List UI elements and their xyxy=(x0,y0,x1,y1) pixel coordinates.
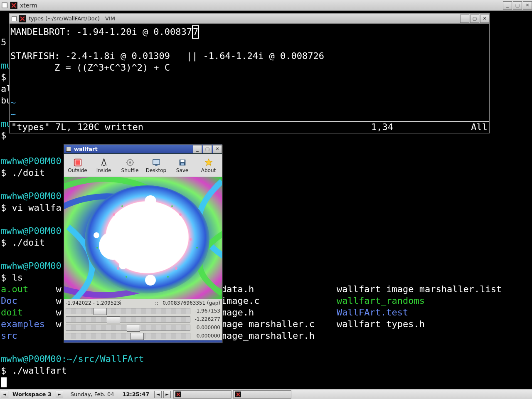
system-menu-icon[interactable] xyxy=(66,147,71,152)
vim-title: types (~/src/WallFArt/Doc) - VIM xyxy=(29,15,459,22)
slider-row-1: -1.226277 xyxy=(64,315,222,323)
workspace-prev-button[interactable]: ◄ xyxy=(1,391,8,398)
coord-sep: :: xyxy=(151,300,163,306)
minimize-button[interactable]: _ xyxy=(460,15,469,23)
svg-point-31 xyxy=(119,261,127,269)
svg-point-21 xyxy=(171,205,173,207)
maximize-button[interactable]: ▢ xyxy=(203,145,212,153)
vim-editor-area[interactable]: MANDELBROT: -1.94-1.20i @ 0.008377 STARF… xyxy=(10,24,489,121)
svg-point-20 xyxy=(121,205,123,207)
svg-point-12 xyxy=(113,213,115,216)
svg-rect-1 xyxy=(75,160,80,165)
slider-value: -1.967153 xyxy=(193,308,220,314)
slider-value: -1.226277 xyxy=(193,316,220,322)
tasklist-next-button[interactable]: ► xyxy=(163,391,171,398)
wallfart-footer-strip xyxy=(64,340,222,342)
coord-gap: 0.008376963351 (gap) xyxy=(163,300,220,306)
wallfart-titlebar[interactable]: wallfart _ ▢ ✕ xyxy=(64,145,222,154)
slider-thumb[interactable] xyxy=(94,308,107,315)
wallfart-title: wallfart xyxy=(73,146,192,152)
shuffle-button[interactable]: Shuffle xyxy=(117,155,143,176)
slider-thumb[interactable] xyxy=(127,325,140,332)
svg-rect-5 xyxy=(153,160,160,165)
svg-point-2 xyxy=(103,165,105,167)
slider-row-2: 0.000000 xyxy=(64,323,222,332)
svg-point-4 xyxy=(129,161,131,164)
wallfart-window: wallfart _ ▢ ✕ Outside Inside Shuffle De… xyxy=(64,144,222,343)
vim-status-line: "types" 7L, 120C written 1,34 All xyxy=(10,121,489,133)
term-fragment: $ xyxy=(1,130,6,141)
xterm-icon xyxy=(175,392,181,397)
svg-point-27 xyxy=(99,232,127,260)
svg-point-13 xyxy=(179,213,182,216)
vim-status-pos: 1,34 xyxy=(371,122,454,132)
vim-titlebar: types (~/src/WallFArt/Doc) - VIM _ ▢ ✕ xyxy=(10,14,489,24)
slider-value: 0.000000 xyxy=(193,325,220,330)
minimize-button[interactable]: _ xyxy=(193,145,202,153)
svg-rect-9 xyxy=(181,163,184,165)
vim-icon xyxy=(19,15,26,22)
vim-status-all: All xyxy=(454,122,488,132)
taskbar: ◄ Workspace 3 ► Sunday, Feb. 04 12:25:47… xyxy=(0,389,532,399)
close-button[interactable]: ✕ xyxy=(213,145,222,153)
xterm-window-titlebar: xterm _ ▢ ✕ xyxy=(0,0,532,11)
vim-window: types (~/src/WallFArt/Doc) - VIM _ ▢ ✕ M… xyxy=(9,13,490,133)
svg-rect-6 xyxy=(155,165,158,166)
tasklist-prev-button[interactable]: ◄ xyxy=(154,391,162,398)
slider-row-0: -1.967153 xyxy=(64,307,222,315)
slider-track[interactable] xyxy=(66,308,190,314)
slider-value: 0.000000 xyxy=(193,333,220,339)
vim-status-msg: "types" 7L, 120C written xyxy=(11,122,371,132)
outside-button[interactable]: Outside xyxy=(64,155,91,176)
term-fragment: 5 xyxy=(1,37,6,48)
slider-track[interactable] xyxy=(66,325,190,331)
svg-point-29 xyxy=(145,275,156,286)
svg-point-22 xyxy=(96,247,98,249)
svg-point-25 xyxy=(167,276,169,278)
desktop-button[interactable]: Desktop xyxy=(143,155,169,176)
terminal-cursor xyxy=(1,377,7,387)
inside-button[interactable]: Inside xyxy=(91,155,117,176)
svg-point-24 xyxy=(126,276,127,278)
svg-point-26 xyxy=(121,207,186,272)
maximize-button[interactable]: ▢ xyxy=(470,15,479,23)
svg-point-16 xyxy=(117,267,119,270)
minimize-button[interactable]: _ xyxy=(503,1,512,10)
about-button[interactable]: About xyxy=(195,155,222,176)
svg-point-32 xyxy=(94,232,99,238)
taskbar-date: Sunday, Feb. 04 xyxy=(66,391,118,397)
svg-point-30 xyxy=(119,218,127,226)
xterm-title: xterm xyxy=(20,2,502,9)
workspace-label[interactable]: Workspace 3 xyxy=(9,391,55,397)
wallfart-toolbar: Outside Inside Shuffle Desktop Save Abou… xyxy=(64,154,222,177)
slider-thumb[interactable] xyxy=(131,333,144,340)
system-menu-icon[interactable] xyxy=(12,16,17,21)
slider-thumb[interactable] xyxy=(107,316,120,323)
close-button[interactable]: ✕ xyxy=(523,1,532,10)
maximize-button[interactable]: ▢ xyxy=(513,1,522,10)
vim-cursor: 7 xyxy=(192,25,199,39)
fractal-canvas[interactable] xyxy=(64,177,222,299)
slider-row-3: 0.000000 xyxy=(64,332,222,340)
save-button[interactable]: Save xyxy=(169,155,195,176)
vim-icon xyxy=(235,392,241,397)
workspace-next-button[interactable]: ► xyxy=(56,391,63,398)
svg-point-28 xyxy=(145,195,156,207)
svg-point-23 xyxy=(196,247,198,249)
taskbar-item-xterm[interactable] xyxy=(173,390,232,399)
slider-track[interactable] xyxy=(66,316,190,323)
coord-complex: -1.942022 - 1.209523i xyxy=(66,300,151,306)
system-menu-icon[interactable] xyxy=(2,2,7,8)
svg-rect-8 xyxy=(180,160,184,163)
svg-point-17 xyxy=(175,267,177,270)
svg-point-15 xyxy=(190,238,192,241)
taskbar-item-vim[interactable] xyxy=(233,390,291,399)
xterm-icon xyxy=(10,2,17,9)
close-button[interactable]: ✕ xyxy=(480,15,489,23)
taskbar-time: 12:25:47 xyxy=(118,391,154,397)
coordinates-readout: -1.942022 - 1.209523i :: 0.008376963351 … xyxy=(64,299,222,307)
slider-track[interactable] xyxy=(66,333,190,339)
